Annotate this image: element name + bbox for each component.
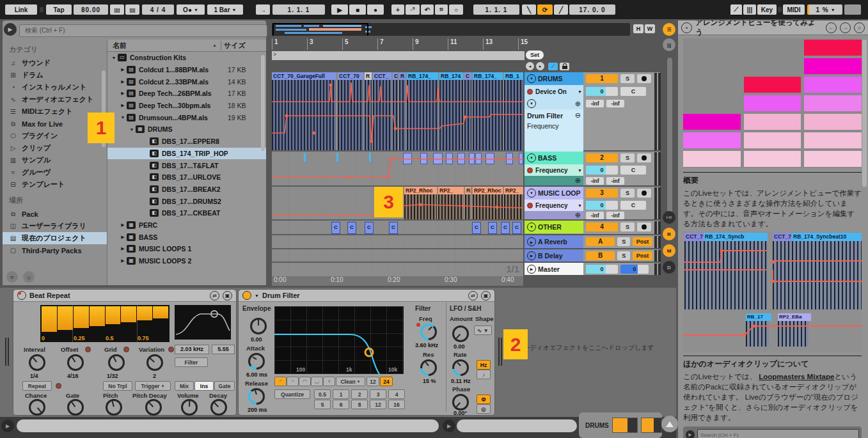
close-icon[interactable]: × <box>681 22 692 33</box>
bass-clip[interactable] <box>446 153 453 164</box>
device-chooser[interactable]: Device On ▼ <box>525 85 583 98</box>
drag-handle[interactable] <box>5 338 10 366</box>
device-chooser[interactable]: Frequency ▼ <box>525 199 583 211</box>
quantize-value-button[interactable]: 8 <box>351 400 368 409</box>
tap-tempo-button[interactable]: Tap <box>46 4 72 15</box>
repeat-grid-display[interactable]: 00.250.50.75 <box>40 305 170 342</box>
save-preset-icon[interactable]: ▣ <box>481 291 491 301</box>
peak-level[interactable]: -inf <box>586 100 604 107</box>
bass-track-lane[interactable] <box>272 152 523 187</box>
file-row[interactable]: ▶ ▦ BASS <box>107 231 266 243</box>
drums-device-tab[interactable]: DRUMS <box>579 412 662 438</box>
sidebar-category-item[interactable]: ♫ サウンド <box>3 57 107 69</box>
other-track-header[interactable]: ▼ OTHER 4 S <box>525 221 660 234</box>
automation-device-label[interactable]: Drum Filter <box>527 112 563 120</box>
play-button[interactable]: ▶ <box>331 4 348 15</box>
audio-clip[interactable]: RP2_Rhoc <box>473 187 503 219</box>
sidebar-place-item[interactable]: ▤ 現在のプロジェクト <box>3 232 107 244</box>
hot-swap-icon[interactable]: ⇄ <box>468 291 478 301</box>
filter-toggle-button[interactable]: Filter <box>175 357 208 367</box>
quantize-value-button[interactable]: 12 <box>370 400 386 409</box>
loopmasters-link[interactable]: Loopmasters Mixtape <box>759 373 834 380</box>
filter-type-button[interactable]: ◡ <box>311 377 323 386</box>
quantize-menu[interactable]: 1 Bar▼ <box>207 4 243 15</box>
solo-button[interactable]: S <box>617 237 630 246</box>
help-scrollbar[interactable] <box>862 40 867 187</box>
fold-track-icon[interactable]: ▶ <box>527 237 536 246</box>
overdub-button[interactable]: ◦° <box>406 4 420 15</box>
time-ruler[interactable]: 0:000:100:200:300:40 <box>272 276 523 286</box>
arrangement-position-field[interactable]: 1. 1. 1 <box>272 4 325 15</box>
fold-track-icon[interactable]: ▼ <box>527 74 536 83</box>
sidebar-category-item[interactable]: ⊞ ドラム <box>3 69 107 81</box>
twisty-icon[interactable]: ▼ <box>110 56 118 60</box>
drums-track-lane[interactable]: CCT_70_GarageFull CCT_70 R CCT_ <box>272 72 523 152</box>
audio-clip[interactable]: R <box>365 72 372 150</box>
file-row[interactable]: ◧ DBS_17...T&FLAT <box>107 159 266 171</box>
gate-knob[interactable] <box>67 399 84 416</box>
midi-clip[interactable]: C <box>472 222 481 234</box>
repeat-button[interactable]: Repeat <box>22 381 52 391</box>
scrub-area[interactable]: > <box>272 51 525 60</box>
time-signature-field[interactable]: 4 / 4 <box>142 4 174 15</box>
next-locator-icon[interactable]: ▸ <box>536 62 544 70</box>
grid-knob[interactable] <box>108 354 125 371</box>
filter-curve-display[interactable]: 100 1k 10k <box>274 306 404 374</box>
return-a-lane[interactable] <box>272 235 523 249</box>
bass-clip[interactable] <box>457 153 465 164</box>
twisty-icon[interactable]: ▶ <box>119 258 127 263</box>
track-number-button[interactable]: B <box>586 251 615 260</box>
name-column-header[interactable]: 名前 ▲ <box>107 41 221 51</box>
file-row[interactable]: ◧ DBS_17...URLOVE <box>107 171 266 184</box>
drums-track-header[interactable]: ▼ DRUMS Device On ▼ ▼ ⊕ Drum Filte <box>525 72 660 150</box>
file-row[interactable]: ◧ DBS_17...BREAK2 <box>107 184 266 196</box>
drum-filter-header[interactable]: ▼ Drum Filter ⇄ ▣ <box>239 290 494 302</box>
filter-type-button[interactable]: ⍿ <box>323 377 335 386</box>
phase-spin-button[interactable]: ◎ <box>477 404 491 414</box>
rate-hz-button[interactable]: Hz <box>477 360 491 370</box>
drag-handle[interactable] <box>498 338 503 366</box>
interval-knob[interactable] <box>29 354 45 371</box>
sidebar-category-item[interactable]: ∿ オーディオエフェクト <box>3 93 107 106</box>
file-row[interactable]: ▶ ▤ Deep Tech...26BPM.als 17 KB <box>107 88 266 100</box>
quantize-value-button[interactable]: 1 <box>333 389 349 399</box>
device-chooser[interactable]: Frequency ▼ <box>525 164 583 176</box>
track-name[interactable]: A Reverb <box>538 238 567 246</box>
file-row[interactable]: ▼ ▤ Drumsoun...4BPM.als 19 KB <box>107 111 266 123</box>
no-triplets-button[interactable]: No Trpl <box>103 381 132 391</box>
bass-clip-marker[interactable] <box>336 153 338 162</box>
sidebar-category-item[interactable]: ⊟ テンプレート <box>3 178 107 191</box>
set-locator-button[interactable]: Set <box>526 51 544 59</box>
peak-level[interactable]: -inf <box>606 100 624 107</box>
hot-swap-icon[interactable]: ⇄ <box>210 291 219 301</box>
bass-clip-marker[interactable] <box>369 153 371 162</box>
audio-clip[interactable]: RB_1 <box>504 72 523 150</box>
info-toggle-icon[interactable]: ▶ <box>1 419 14 432</box>
solo-button[interactable]: S <box>620 74 635 83</box>
return-b-track-header[interactable]: ▶ B Delay B S Post <box>525 249 660 262</box>
gate-mode-button[interactable]: Gate <box>214 381 235 391</box>
remove-lane-icon[interactable]: ⊖ <box>575 111 581 120</box>
beat-repeat-thumbnail[interactable] <box>612 418 638 433</box>
slope-12-button[interactable]: 12 <box>367 377 379 386</box>
arrangement-scrollbar[interactable] <box>667 58 672 214</box>
slope-24-button[interactable]: 24 <box>380 377 393 386</box>
forward-icon[interactable]: → <box>840 22 851 33</box>
filter-type-button[interactable]: ◠ <box>299 377 311 386</box>
mix-mode-button[interactable]: Mix <box>175 381 194 391</box>
audio-clip[interactable]: RB_174 <box>439 72 463 150</box>
quantize-value-button[interactable]: 16 <box>388 400 405 409</box>
cue-volume-slider[interactable]: 0 <box>620 265 649 274</box>
audio-clip[interactable]: RP2_Rhoc <box>404 187 437 219</box>
device-activator-icon[interactable] <box>242 291 251 300</box>
back-icon[interactable]: ← <box>826 22 837 33</box>
track-name[interactable]: B Delay <box>538 252 563 260</box>
other-track-lane[interactable]: CCCCCCCC <box>272 221 523 235</box>
twisty-icon[interactable]: ▼ <box>119 115 127 120</box>
midi-clip[interactable]: C <box>331 222 340 234</box>
audio-clip[interactable]: C <box>393 72 398 150</box>
filter-type-button[interactable]: ◜ <box>274 377 287 386</box>
midi-map-button[interactable]: MIDI <box>783 4 805 15</box>
filter-character-menu[interactable]: Clean▼ <box>336 377 365 386</box>
record-button[interactable]: ● <box>367 4 384 15</box>
